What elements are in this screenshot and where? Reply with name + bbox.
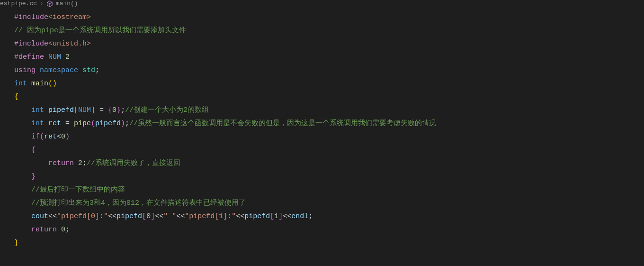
code-line: return 2;//系统调用失败了，直接返回 [14,157,644,170]
code-line: //最后打印一下数组中的内容 [14,183,644,197]
code-line: { [14,144,644,157]
code-line: if(ret<0) [14,130,644,144]
code-line: using namespace std; [14,64,644,77]
code-line: int main() [14,77,644,91]
code-line: return 0; [14,223,644,237]
breadcrumb[interactable]: estpipe.cc › main() [0,0,644,9]
code-line: } [14,237,644,250]
code-line: int pipefd[NUM] = {0};//创建一个大小为2的数组 [14,104,644,117]
code-line: cout<<"pipefd[0]:"<<pipefd[0]<<" "<<"pip… [14,210,644,223]
code-line: #define NUM 2 [14,51,644,64]
code-line: int ret = pipe(pipefd);//虽然一般而言这个函数调用是不会… [14,117,644,130]
code-line: } [14,170,644,183]
code-line: #include<iostream> [14,11,644,24]
chevron-right-icon: › [40,0,44,7]
code-line: #include<unistd.h> [14,37,644,51]
code-line: // 因为pipe是一个系统调用所以我们需要添加头文件 [14,24,644,37]
cube-icon [46,0,53,7]
breadcrumb-symbol[interactable]: main() [56,0,78,7]
code-editor[interactable]: #include<iostream> // 因为pipe是一个系统调用所以我们需… [0,9,644,250]
code-line: { [14,91,644,104]
breadcrumb-file[interactable]: estpipe.cc [0,0,37,7]
code-line: //预测打印出来为3和4，因为012，在文件描述符表中已经被使用了 [14,197,644,210]
